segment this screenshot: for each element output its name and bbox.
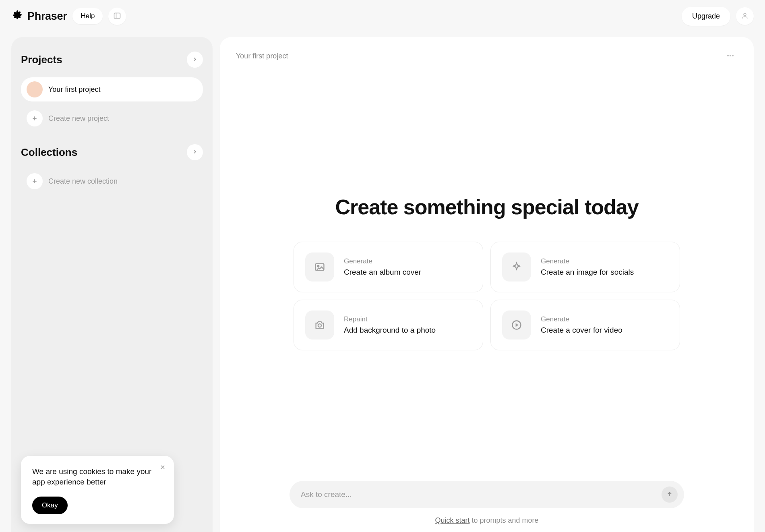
svg-marker-16 (516, 323, 519, 327)
play-icon (502, 311, 531, 339)
profile-button[interactable] (736, 7, 754, 25)
sparkle-icon (502, 253, 531, 282)
create-collection-button[interactable]: Create new collection (21, 170, 203, 193)
panel-icon (113, 12, 121, 21)
sidebar: Projects Your first project Create new p… (11, 37, 213, 532)
collections-expand-button[interactable] (187, 144, 203, 160)
card-title: Create a cover for video (541, 326, 622, 335)
card-category: Generate (541, 257, 634, 265)
help-button[interactable]: Help (72, 8, 103, 24)
sidebar-project-item[interactable]: Your first project (21, 77, 203, 101)
upgrade-button[interactable]: Upgrade (682, 7, 730, 26)
card-add-background[interactable]: Repaint Add background to a photo (294, 300, 483, 350)
card-title: Create an image for socials (541, 268, 634, 277)
card-socials-image[interactable]: Generate Create an image for socials (490, 242, 680, 292)
more-options-button[interactable] (723, 48, 738, 64)
svg-point-14 (318, 324, 321, 327)
collections-title: Collections (21, 146, 77, 159)
project-color-dot (27, 81, 43, 97)
create-project-button[interactable]: Create new project (21, 107, 203, 130)
svg-rect-0 (114, 13, 120, 18)
projects-expand-button[interactable] (187, 52, 203, 68)
svg-point-13 (318, 265, 319, 267)
hero-heading: Create something special today (335, 195, 638, 219)
create-project-label: Create new project (48, 114, 109, 123)
svg-point-11 (732, 55, 734, 56)
card-title: Create an album cover (344, 268, 421, 277)
breadcrumb: Your first project (236, 52, 288, 60)
close-icon (159, 466, 166, 472)
user-icon (741, 12, 748, 21)
send-button[interactable] (662, 486, 678, 503)
project-name: Your first project (48, 85, 100, 94)
svg-point-10 (730, 55, 731, 56)
arrow-up-icon (666, 491, 673, 499)
image-icon (305, 253, 334, 282)
logo-icon (11, 9, 23, 23)
quick-start-hint: Quick start to prompts and more (435, 516, 538, 525)
main-panel: Your first project Create something spec… (220, 37, 754, 532)
chevron-right-icon (192, 56, 198, 63)
plus-icon (27, 110, 43, 126)
dots-horizontal-icon (726, 56, 735, 62)
card-category: Repaint (344, 315, 436, 323)
projects-header: Projects (21, 52, 203, 68)
chevron-right-icon (192, 149, 198, 156)
app-header: Phraser Help Upgrade (0, 0, 765, 32)
ask-input[interactable] (301, 490, 662, 499)
brand-name: Phraser (27, 10, 67, 23)
cookie-toast: We are using cookies to make your app ex… (21, 456, 174, 524)
ask-input-wrap (289, 481, 684, 508)
projects-title: Projects (21, 54, 62, 66)
camera-icon (305, 311, 334, 339)
card-album-cover[interactable]: Generate Create an album cover (294, 242, 483, 292)
card-category: Generate (541, 315, 622, 323)
create-collection-label: Create new collection (48, 177, 118, 186)
toast-ok-button[interactable]: Okay (32, 497, 68, 514)
toast-message: We are using cookies to make your app ex… (32, 466, 163, 488)
toast-close-button[interactable] (158, 462, 167, 473)
svg-point-2 (744, 13, 746, 16)
card-video-cover[interactable]: Generate Create a cover for video (490, 300, 680, 350)
quick-start-link[interactable]: Quick start (435, 516, 469, 524)
suggestion-cards: Generate Create an album cover Generate … (294, 242, 680, 350)
main-header: Your first project (236, 48, 738, 64)
quick-start-rest: to prompts and more (469, 516, 538, 524)
card-category: Generate (344, 257, 421, 265)
collections-header: Collections (21, 144, 203, 160)
card-title: Add background to a photo (344, 326, 436, 335)
plus-icon (27, 173, 43, 189)
svg-point-9 (727, 55, 729, 56)
brand: Phraser (11, 9, 67, 23)
sidebar-toggle-button[interactable] (108, 8, 126, 25)
